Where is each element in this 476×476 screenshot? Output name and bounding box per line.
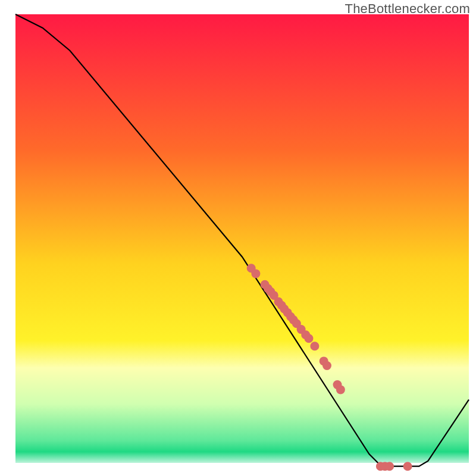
data-point xyxy=(336,385,345,394)
chart-background xyxy=(15,14,469,468)
data-point xyxy=(403,462,412,471)
data-point xyxy=(310,342,319,350)
data-point xyxy=(385,462,394,471)
data-point xyxy=(305,334,314,343)
bottleneck-chart xyxy=(0,0,476,476)
chart-container: TheBottlenecker.com xyxy=(0,0,476,476)
data-point xyxy=(251,269,260,278)
data-point xyxy=(322,361,331,370)
watermark-text: TheBottlenecker.com xyxy=(345,1,470,17)
